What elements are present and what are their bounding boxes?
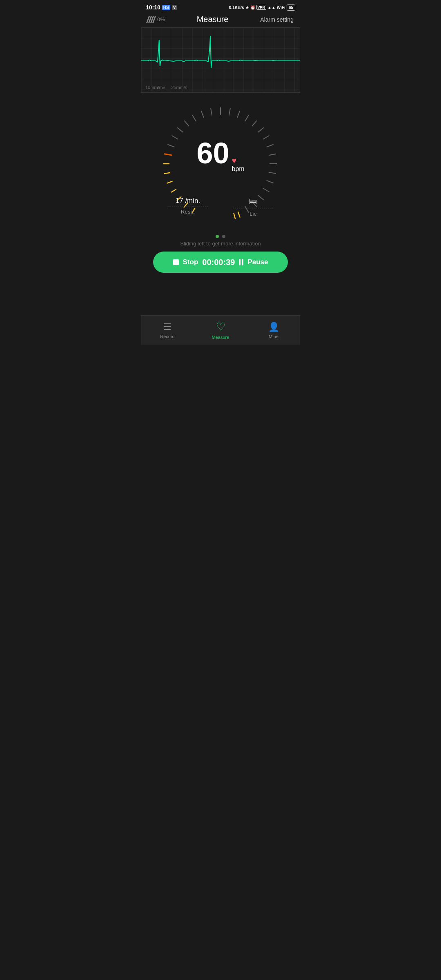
ecg-chart: 10mm/mv 25mm/s bbox=[141, 27, 300, 93]
svg-line-10 bbox=[177, 127, 183, 132]
svg-line-18 bbox=[245, 115, 249, 121]
status-right: 0.1KB/s ★ ⏰ VPN ▲▲ WiFi 65 bbox=[229, 4, 295, 11]
svg-line-20 bbox=[258, 127, 264, 132]
gauge-stats: 17 /min. Resp. 🛏 Lie bbox=[155, 197, 286, 217]
svg-line-22 bbox=[267, 145, 274, 147]
gauge-wrapper: 60 ♥ bpm 17 /min. Resp. 🛏 Lie bbox=[155, 98, 286, 229]
svg-line-5 bbox=[164, 173, 170, 174]
svg-line-23 bbox=[269, 154, 276, 155]
position-stat: 🛏 Lie bbox=[233, 197, 274, 217]
svg-line-27 bbox=[263, 188, 270, 192]
ecg-scale-s: 25mm/s bbox=[171, 85, 187, 90]
measure-nav-icon: ♡ bbox=[216, 321, 225, 333]
svg-line-11 bbox=[184, 120, 189, 126]
dot-1 bbox=[216, 235, 219, 238]
nav-label-measure: Measure bbox=[212, 335, 229, 340]
resp-stat: 17 /min. Resp. bbox=[167, 197, 208, 217]
gauge-center: 60 ♥ bpm bbox=[196, 138, 244, 173]
resp-line bbox=[167, 207, 208, 207]
slide-hint: Sliding left to get more information bbox=[180, 241, 261, 247]
signal-icon: ▲▲ bbox=[267, 5, 276, 10]
svg-line-26 bbox=[267, 180, 274, 183]
heart-icon: ♥ bbox=[232, 156, 236, 165]
nav-label-mine: Mine bbox=[269, 334, 278, 339]
nav-label-record: Record bbox=[160, 334, 174, 339]
pos-line bbox=[233, 209, 274, 209]
svg-line-4 bbox=[167, 181, 172, 183]
gauge-section: 60 ♥ bpm 17 /min. Resp. 🛏 Lie bbox=[141, 94, 300, 278]
data-speed: 0.1KB/s bbox=[229, 5, 244, 10]
mine-nav-icon: 👤 bbox=[268, 322, 279, 332]
header-left: 0% bbox=[147, 16, 165, 23]
nav-item-measure[interactable]: ♡ Measure bbox=[194, 321, 247, 340]
svg-line-19 bbox=[252, 120, 257, 126]
time-display: 10:10 bbox=[146, 4, 160, 11]
battery-display: 65 bbox=[287, 4, 295, 11]
bpm-unit: bpm bbox=[232, 165, 244, 173]
vpn-badge: VPN bbox=[256, 5, 267, 10]
svg-line-13 bbox=[201, 111, 204, 118]
status-bar: 10:10 HS V 0.1KB/s ★ ⏰ VPN ▲▲ WiFi 65 bbox=[141, 0, 300, 13]
record-nav-icon: ☰ bbox=[163, 322, 172, 332]
header: 0% Measure Alarm setting bbox=[141, 13, 300, 27]
dot-2 bbox=[222, 235, 225, 238]
timer-display: 00:00:39 bbox=[202, 258, 235, 267]
svg-line-16 bbox=[229, 108, 230, 116]
resp-value: 17 /min. bbox=[176, 197, 200, 205]
status-left: 10:10 HS V bbox=[146, 4, 177, 11]
alarm-icon: ⏰ bbox=[250, 5, 255, 10]
hs-icon: HS bbox=[162, 5, 170, 10]
bed-icon: 🛏 bbox=[249, 197, 257, 206]
pause-label: Pause bbox=[247, 258, 268, 266]
svg-line-9 bbox=[172, 136, 178, 139]
progress-lines-icon bbox=[146, 16, 156, 23]
svg-line-7 bbox=[164, 154, 172, 155]
stop-label: Stop bbox=[183, 258, 198, 266]
position-label: Lie bbox=[249, 211, 256, 217]
wifi-icon: WiFi bbox=[277, 5, 285, 10]
svg-line-12 bbox=[192, 115, 196, 121]
resp-label: Resp. bbox=[181, 209, 195, 215]
stop-icon bbox=[173, 259, 179, 265]
svg-line-8 bbox=[167, 145, 174, 147]
svg-line-17 bbox=[237, 111, 240, 118]
svg-line-21 bbox=[263, 136, 270, 139]
bt-icon: ★ bbox=[245, 5, 249, 10]
svg-line-3 bbox=[171, 189, 176, 193]
nav-item-mine[interactable]: 👤 Mine bbox=[247, 322, 300, 339]
pause-icon bbox=[239, 259, 243, 265]
v-icon: V bbox=[172, 5, 177, 10]
ecg-scale-mv: 10mm/mv bbox=[145, 85, 165, 90]
svg-line-25 bbox=[269, 172, 276, 174]
ecg-grid bbox=[141, 28, 300, 92]
pagination-dots bbox=[216, 235, 225, 238]
ecg-scale-labels: 10mm/mv 25mm/s bbox=[145, 85, 187, 90]
alarm-setting-button[interactable]: Alarm setting bbox=[260, 16, 294, 23]
svg-line-14 bbox=[211, 108, 212, 116]
stop-pause-button[interactable]: Stop 00:00:39 Pause bbox=[153, 252, 288, 273]
bottom-nav: ☰ Record ♡ Measure 👤 Mine bbox=[141, 315, 300, 345]
nav-item-record[interactable]: ☰ Record bbox=[141, 322, 194, 339]
bpm-value: 60 bbox=[196, 138, 229, 168]
progress-percent: 0% bbox=[157, 16, 165, 22]
page-title: Measure bbox=[197, 15, 229, 24]
